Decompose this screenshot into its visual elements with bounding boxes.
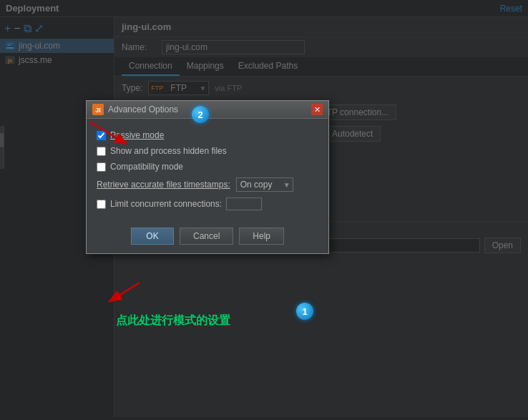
compatibility-mode-label: Compatibility mode: [110, 162, 183, 172]
advanced-options-modal: JI Advanced Options ✕ Passive mode Show …: [86, 100, 329, 254]
limit-connections-checkbox[interactable]: [97, 200, 106, 209]
modal-title-row: JI Advanced Options: [92, 104, 178, 115]
retrieve-select[interactable]: On copy Always Never: [236, 177, 293, 192]
modal-title-text: Advanced Options: [108, 104, 178, 114]
svg-text:JI: JI: [95, 107, 101, 114]
compatibility-mode-row: Compatibility mode: [97, 159, 318, 175]
annotation-chinese-label: 点此处进行模式的设置: [116, 313, 230, 328]
compatibility-mode-checkbox[interactable]: [97, 162, 106, 172]
modal-body: Passive mode Show and process hidden fil…: [87, 119, 328, 222]
passive-mode-checkbox[interactable]: [97, 131, 106, 140]
retrieve-row: Retrieve accurate files timestamps: On c…: [97, 175, 318, 195]
help-button[interactable]: Help: [239, 228, 284, 245]
cancel-button[interactable]: Cancel: [180, 228, 233, 245]
hidden-files-checkbox[interactable]: [97, 147, 106, 156]
retrieve-label: Retrieve accurate files timestamps:: [97, 180, 230, 190]
modal-footer: OK Cancel Help: [87, 222, 328, 253]
hidden-files-label: Show and process hidden files: [110, 146, 227, 156]
passive-mode-row: Passive mode: [97, 127, 318, 143]
retrieve-select-wrapper: On copy Always Never ▼: [236, 177, 293, 192]
ok-button[interactable]: OK: [131, 228, 174, 245]
limit-value-input[interactable]: [226, 197, 262, 210]
limit-connections-row: Limit concurrent connections:: [97, 195, 318, 213]
passive-mode-label: Passive mode: [110, 130, 164, 140]
annotation-badge-2: 2: [192, 106, 209, 123]
modal-icon: JI: [92, 104, 104, 115]
annotation-badge-1: 1: [296, 303, 313, 320]
modal-overlay: JI Advanced Options ✕ Passive mode Show …: [0, 0, 528, 420]
limit-connections-label: Limit concurrent connections:: [110, 199, 222, 209]
hidden-files-row: Show and process hidden files: [97, 143, 318, 159]
modal-close-button[interactable]: ✕: [311, 104, 323, 115]
